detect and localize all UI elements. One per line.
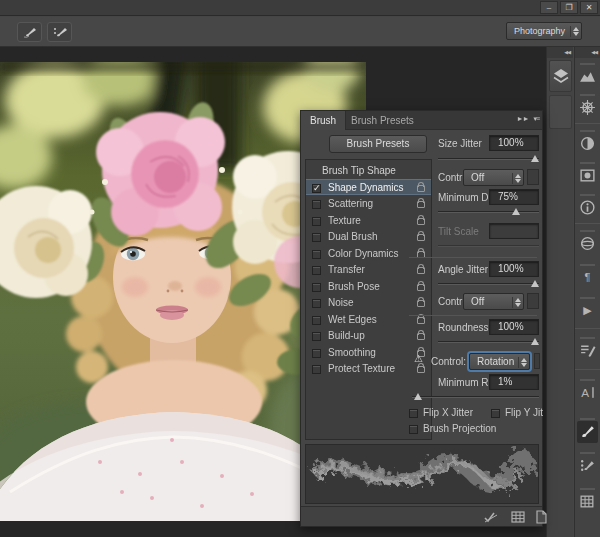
checkbox[interactable] bbox=[312, 200, 321, 209]
list-item-noise[interactable]: Noise bbox=[306, 295, 431, 311]
lock-icon[interactable] bbox=[417, 366, 425, 373]
lock-icon[interactable] bbox=[417, 317, 425, 324]
3d-panel-button[interactable] bbox=[577, 233, 598, 255]
checkbox[interactable] bbox=[312, 299, 321, 308]
warning-icon: ⚠ bbox=[414, 353, 423, 364]
panel-menu-icon[interactable]: ▾≡ bbox=[533, 115, 539, 122]
clone-source-icon bbox=[579, 493, 596, 510]
panel-label bbox=[580, 194, 595, 196]
list-item-shape-dynamics[interactable]: ✓ Shape Dynamics bbox=[306, 179, 431, 195]
list-item-protect-texture[interactable]: Protect Texture bbox=[306, 361, 431, 377]
list-item-brush-pose[interactable]: Brush Pose bbox=[306, 279, 431, 295]
roundness-jitter-slider[interactable] bbox=[438, 341, 539, 343]
lock-icon[interactable] bbox=[417, 333, 425, 340]
flip-x-jitter-checkbox[interactable]: Flip X Jitter bbox=[409, 407, 473, 418]
minimum-roundness-value[interactable]: 1% bbox=[489, 374, 539, 390]
restore-button[interactable]: ❐ bbox=[560, 1, 578, 14]
list-item-build-up[interactable]: Build-up bbox=[306, 328, 431, 344]
lock-icon[interactable] bbox=[417, 185, 425, 192]
brush-panel: Brush Brush Presets ►► ▾≡ Brush Presets … bbox=[300, 110, 543, 527]
toggle-brush-panel-button[interactable] bbox=[47, 22, 72, 42]
actions-panel-button[interactable]: ▶ bbox=[577, 300, 598, 322]
character-panel-button[interactable]: A bbox=[577, 382, 598, 404]
dock1-collapse-header[interactable]: ◀◀ bbox=[547, 47, 573, 58]
size-jitter-slider[interactable] bbox=[438, 158, 539, 160]
checkbox[interactable] bbox=[312, 349, 321, 358]
brush-icon bbox=[22, 25, 38, 39]
lock-icon[interactable] bbox=[417, 284, 425, 291]
checkbox[interactable] bbox=[312, 316, 321, 325]
panel-label bbox=[580, 488, 595, 490]
list-item-color-dynamics[interactable]: Color Dynamics bbox=[306, 246, 431, 262]
control-label: Control: bbox=[431, 356, 466, 367]
lock-icon[interactable] bbox=[417, 201, 425, 208]
checkbox-checked[interactable]: ✓ bbox=[312, 184, 321, 193]
flip-y-jitter-checkbox[interactable]: Flip Y Jitter bbox=[491, 407, 543, 418]
half-circle-icon bbox=[579, 135, 596, 152]
roundness-jitter-value[interactable]: 100% bbox=[489, 319, 539, 335]
checkbox[interactable] bbox=[312, 365, 321, 374]
minimum-roundness-slider[interactable] bbox=[412, 396, 539, 398]
size-jitter-value[interactable]: 100% bbox=[489, 135, 539, 151]
dock2-collapse-header[interactable]: ◀◀ bbox=[575, 47, 600, 58]
list-item-smoothing[interactable]: Smoothing bbox=[306, 345, 431, 361]
checkbox[interactable] bbox=[312, 266, 321, 275]
checkbox[interactable] bbox=[409, 409, 418, 418]
new-page-icon bbox=[534, 510, 548, 524]
checkbox[interactable] bbox=[491, 409, 500, 418]
list-item-transfer[interactable]: Transfer bbox=[306, 262, 431, 278]
checkbox[interactable] bbox=[312, 233, 321, 242]
adjustments-panel-button[interactable] bbox=[577, 133, 598, 155]
size-control-dropdown[interactable]: Off bbox=[463, 169, 524, 186]
panel-label bbox=[580, 130, 595, 132]
angle-control-dropdown[interactable]: Off bbox=[463, 293, 524, 310]
minimize-button[interactable]: – bbox=[540, 1, 558, 14]
preview-toggle-button[interactable] bbox=[483, 510, 499, 528]
info-panel-button[interactable] bbox=[577, 197, 598, 219]
panel-collapse-icon[interactable]: ►► bbox=[517, 115, 529, 122]
dock1-collapsed-panel[interactable] bbox=[549, 95, 572, 129]
panel-label bbox=[580, 63, 595, 65]
preset-manager-button[interactable] bbox=[511, 510, 525, 528]
tab-brush-presets[interactable]: Brush Presets bbox=[342, 111, 423, 130]
minimum-diameter-value[interactable]: 75% bbox=[489, 189, 539, 205]
brush-panel-button[interactable] bbox=[577, 421, 598, 443]
checkbox[interactable] bbox=[312, 332, 321, 341]
masks-panel-button[interactable] bbox=[577, 165, 598, 187]
brush-preset-picker-button[interactable] bbox=[17, 22, 42, 42]
histogram-panel-button[interactable] bbox=[577, 66, 598, 88]
angle-jitter-slider[interactable] bbox=[438, 283, 539, 285]
checkbox[interactable] bbox=[409, 425, 418, 434]
navigator-panel-button[interactable] bbox=[577, 97, 598, 119]
brush-panel-tabbar: Brush Brush Presets ►► ▾≡ bbox=[301, 111, 542, 130]
brush-presets-panel-button[interactable] bbox=[577, 455, 598, 477]
minimum-diameter-slider[interactable] bbox=[438, 211, 539, 213]
list-item-dual-brush[interactable]: Dual Brush bbox=[306, 229, 431, 245]
checkbox[interactable] bbox=[312, 250, 321, 259]
close-button[interactable]: ✕ bbox=[580, 1, 598, 14]
paragraph-panel-button[interactable]: ¶ bbox=[577, 267, 598, 289]
workspace-preset-dropdown[interactable]: Photography bbox=[506, 22, 582, 40]
tool-presets-panel-button[interactable] bbox=[577, 340, 598, 362]
lock-icon[interactable] bbox=[417, 234, 425, 241]
new-brush-button[interactable] bbox=[534, 510, 548, 528]
brush-projection-checkbox[interactable]: Brush Projection bbox=[409, 423, 496, 434]
clone-source-panel-button[interactable] bbox=[577, 491, 598, 513]
layers-icon bbox=[553, 67, 569, 85]
brush-presets-button[interactable]: Brush Presets bbox=[329, 135, 427, 153]
panel-label bbox=[580, 452, 595, 454]
lock-icon[interactable] bbox=[417, 218, 425, 225]
checkbox[interactable] bbox=[312, 217, 321, 226]
tab-brush[interactable]: Brush bbox=[301, 111, 346, 130]
list-item-texture[interactable]: Texture bbox=[306, 213, 431, 229]
list-item-scattering[interactable]: Scattering bbox=[306, 196, 431, 212]
checkbox[interactable] bbox=[312, 283, 321, 292]
layers-panel-button[interactable] bbox=[549, 60, 572, 92]
lock-icon[interactable] bbox=[417, 300, 425, 307]
dropdown-arrows-icon bbox=[570, 26, 579, 37]
dropdown-arrows-icon bbox=[512, 297, 521, 308]
list-item-brush-tip-shape[interactable]: Brush Tip Shape bbox=[306, 163, 431, 179]
angle-jitter-value[interactable]: 100% bbox=[489, 261, 539, 277]
lock-icon[interactable] bbox=[417, 267, 425, 274]
roundness-control-dropdown[interactable]: Rotation bbox=[469, 353, 530, 370]
